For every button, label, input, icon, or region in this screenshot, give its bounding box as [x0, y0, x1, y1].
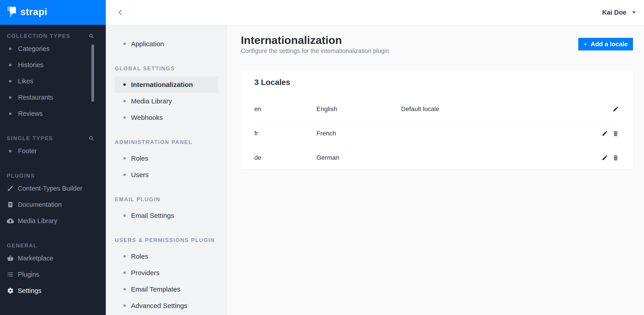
section-administration-panel: ADMINISTRATION PANEL — [115, 139, 218, 146]
section-plugins: PLUGINS — [0, 171, 106, 180]
settings-item-application[interactable]: Application — [115, 36, 218, 52]
list-icon — [6, 270, 14, 278]
sidebar-item-reviews[interactable]: Reviews — [0, 105, 106, 122]
trash-icon — [612, 155, 619, 161]
settings-item-providers[interactable]: Providers — [115, 264, 218, 281]
add-locale-button[interactable]: + Add a locale — [578, 38, 633, 51]
sidebar-item-documentation[interactable]: Documentation — [0, 196, 106, 213]
settings-item-advanced-settings[interactable]: Advanced Settings — [115, 297, 218, 314]
sidebar-item-content-types-builder[interactable]: Content-Types Builder — [0, 180, 106, 196]
settings-item-admin-users[interactable]: Users — [115, 167, 218, 183]
bullet-icon — [123, 157, 126, 160]
book-icon — [6, 201, 14, 209]
locale-name: English — [316, 105, 401, 113]
strapi-logo-icon — [8, 7, 16, 18]
sidebar-item-settings[interactable]: Settings — [0, 282, 106, 299]
trash-icon — [612, 130, 619, 137]
sidebar-item-footer[interactable]: Footer — [0, 143, 106, 159]
section-email-plugin: EMAIL PLUGIN — [115, 196, 218, 203]
settings-item-up-roles[interactable]: Roles — [115, 248, 218, 264]
main-content: Internationalization Configure the setti… — [227, 25, 644, 315]
bullet-icon — [9, 96, 12, 99]
pencil-icon — [602, 130, 608, 137]
bullet-icon — [123, 288, 126, 290]
section-global-settings: GLOBAL SETTINGS — [115, 65, 218, 72]
locales-table: en English Default locale fr French — [254, 97, 620, 170]
table-row: fr French — [254, 121, 620, 146]
user-name: Kai Doe — [602, 9, 626, 16]
strapi-logo[interactable]: strapi — [0, 0, 106, 25]
settings-item-media-library[interactable]: Media Library — [115, 93, 218, 109]
settings-item-email-templates[interactable]: Email Templates — [115, 281, 218, 297]
basket-icon — [6, 254, 14, 262]
cloud-upload-icon — [6, 217, 14, 225]
bullet-icon — [123, 83, 126, 86]
page-header: Internationalization Configure the setti… — [241, 34, 633, 55]
table-row: de German — [254, 146, 620, 170]
brush-icon — [6, 184, 14, 192]
sidebar-item-media-library[interactable]: Media Library — [0, 213, 106, 229]
bullet-icon — [123, 43, 126, 45]
bullet-icon — [123, 304, 126, 307]
locale-name: French — [316, 130, 401, 137]
section-users-permissions-plugin: USERS & PERMISSIONS PLUGIN — [115, 237, 218, 244]
bullet-icon — [9, 112, 12, 115]
pencil-icon — [612, 106, 619, 112]
bullet-icon — [9, 48, 12, 50]
edit-locale-button[interactable] — [612, 105, 620, 113]
bullet-icon — [9, 64, 12, 66]
locale-note: Default locale — [401, 105, 612, 113]
plus-icon: + — [584, 41, 587, 48]
locales-card-title: 3 Locales — [254, 77, 620, 87]
delete-locale-button[interactable] — [612, 154, 620, 162]
search-icon[interactable] — [89, 136, 94, 141]
settings-sidebar: Application GLOBAL SETTINGS Internationa… — [106, 25, 227, 315]
locale-code: fr — [254, 130, 316, 137]
gear-icon — [6, 287, 14, 295]
row-actions — [601, 130, 620, 137]
sidebar-item-marketplace[interactable]: Marketplace — [0, 250, 106, 266]
bullet-icon — [9, 80, 12, 83]
locale-code: en — [254, 105, 316, 113]
bullet-icon — [123, 173, 126, 176]
sidebar-item-plugins[interactable]: Plugins — [0, 266, 106, 282]
table-row: en English Default locale — [254, 97, 620, 121]
settings-item-internationalization[interactable]: Internationalization — [115, 76, 218, 93]
pencil-icon — [602, 155, 608, 161]
back-button[interactable] — [106, 0, 135, 25]
bullet-icon — [123, 214, 126, 217]
settings-item-email-settings[interactable]: Email Settings — [115, 207, 218, 224]
bullet-icon — [123, 255, 126, 257]
sidebar-item-histories[interactable]: Histories — [0, 57, 106, 73]
main-sidebar-nav: COLLECTION TYPES Categories Histories Li… — [0, 32, 106, 299]
section-collection-types: COLLECTION TYPES — [0, 32, 106, 41]
strapi-logo-text: strapi — [20, 7, 47, 18]
main-sidebar: strapi COLLECTION TYPES Categories Histo… — [0, 0, 106, 315]
locale-code: de — [254, 154, 316, 161]
section-single-types: SINGLE TYPES — [0, 134, 106, 143]
page-subtitle: Configure the settings for the internati… — [241, 47, 389, 55]
sidebar-item-likes[interactable]: Likes — [0, 73, 106, 89]
section-general: GENERAL — [0, 241, 106, 250]
chevron-left-icon — [116, 9, 124, 16]
page-header-text: Internationalization Configure the setti… — [241, 34, 389, 55]
sidebar-item-categories[interactable]: Categories — [0, 41, 106, 57]
settings-item-webhooks[interactable]: Webhooks — [115, 109, 218, 126]
edit-locale-button[interactable] — [601, 154, 609, 162]
edit-locale-button[interactable] — [601, 130, 609, 137]
row-actions — [612, 105, 620, 113]
locales-card: 3 Locales en English Default locale fr F… — [241, 71, 633, 169]
sidebar-item-restaurants[interactable]: Restaurants — [0, 89, 106, 105]
bullet-icon — [123, 116, 126, 119]
bullet-icon — [123, 271, 126, 274]
bullet-icon — [9, 150, 12, 152]
delete-locale-button[interactable] — [612, 130, 620, 137]
user-menu[interactable]: Kai Doe — [602, 0, 637, 25]
search-icon[interactable] — [89, 33, 94, 39]
sidebar-scrollbar[interactable] — [92, 44, 94, 102]
settings-item-admin-roles[interactable]: Roles — [115, 150, 218, 167]
locale-name: German — [316, 154, 401, 161]
page-title: Internationalization — [241, 34, 389, 47]
bullet-icon — [123, 100, 126, 102]
row-actions — [601, 154, 620, 162]
